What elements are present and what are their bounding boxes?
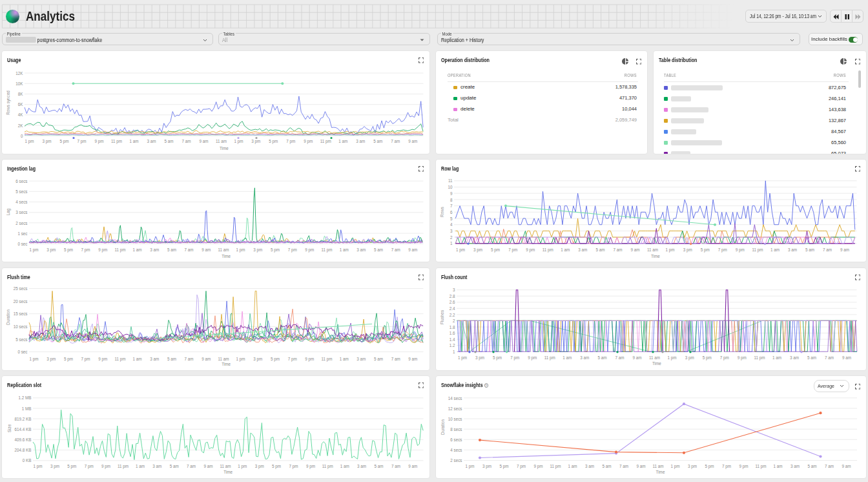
svg-text:7 am: 7 am [181, 138, 191, 144]
svg-text:5 am: 5 am [807, 355, 816, 361]
svg-text:11 pm: 11 pm [118, 463, 129, 469]
svg-text:3 pm: 3 pm [473, 247, 482, 253]
svg-text:1 pm: 1 pm [30, 356, 39, 362]
svg-text:8K: 8K [18, 91, 23, 97]
svg-text:1 MB: 1 MB [22, 406, 32, 412]
svg-text:3 pm: 3 pm [46, 247, 56, 253]
svg-text:11 pm: 11 pm [752, 247, 763, 253]
svg-text:1 pm: 1 pm [236, 247, 245, 253]
svg-text:Lag: Lag [5, 209, 11, 216]
svg-text:4 secs: 4 secs [450, 447, 462, 453]
svg-text:11 pm: 11 pm [544, 355, 555, 361]
svg-text:3 pm: 3 pm [253, 356, 262, 362]
svg-text:15 secs: 15 secs [14, 311, 28, 317]
svg-text:5 pm: 5 pm [705, 463, 714, 469]
svg-text:11 am: 11 am [218, 247, 229, 253]
svg-text:7 am: 7 am [619, 463, 628, 469]
svg-text:9 am: 9 am [840, 247, 849, 253]
svg-text:11 am: 11 am [653, 463, 664, 469]
svg-text:11 am: 11 am [220, 463, 231, 469]
svg-text:Time: Time [222, 253, 231, 259]
svg-text:819.2 KB: 819.2 KB [15, 416, 32, 422]
svg-text:11: 11 [448, 178, 453, 183]
svg-text:4: 4 [450, 222, 453, 227]
svg-text:7 pm: 7 pm [78, 138, 87, 144]
svg-text:7 pm: 7 pm [718, 247, 727, 253]
svg-text:12 secs: 12 secs [448, 406, 462, 412]
svg-text:9 am: 9 am [408, 138, 417, 144]
svg-text:1 am: 1 am [770, 247, 780, 253]
svg-text:6K: 6K [18, 101, 23, 107]
svg-text:Time: Time [651, 253, 660, 259]
svg-text:5 pm: 5 pm [269, 138, 278, 144]
svg-text:3 pm: 3 pm [46, 356, 56, 362]
svg-text:9 am: 9 am [204, 463, 213, 469]
svg-text:0 sec: 0 sec [17, 241, 27, 247]
svg-text:9 pm: 9 pm [101, 463, 110, 469]
svg-text:9 am: 9 am [842, 463, 851, 469]
svg-text:3 am: 3 am [150, 247, 159, 253]
svg-text:9 am: 9 am [631, 247, 640, 253]
svg-text:5 am: 5 am [597, 355, 606, 361]
svg-text:7: 7 [450, 203, 453, 209]
svg-text:1 am: 1 am [133, 356, 142, 362]
svg-text:Duration: Duration [440, 419, 446, 435]
svg-text:12K: 12K [16, 70, 23, 76]
svg-text:9 pm: 9 pm [738, 355, 747, 361]
svg-text:7 am: 7 am [391, 247, 400, 253]
svg-text:5 secs: 5 secs [16, 189, 27, 194]
svg-text:5 pm: 5 pm [64, 247, 73, 253]
svg-text:3 pm: 3 pm [475, 355, 484, 361]
svg-text:Time: Time [652, 361, 661, 366]
svg-text:1 sec: 1 sec [17, 231, 27, 236]
svg-text:9 pm: 9 pm [98, 247, 107, 253]
svg-text:7 pm: 7 pm [722, 463, 731, 469]
svg-text:1: 1 [453, 349, 455, 355]
svg-text:4K: 4K [18, 112, 23, 118]
svg-text:3 am: 3 am [580, 355, 589, 361]
svg-text:5 am: 5 am [167, 247, 176, 253]
svg-text:9 am: 9 am [408, 463, 417, 469]
svg-text:1 pm: 1 pm [238, 463, 247, 469]
svg-text:5 pm: 5 pm [64, 356, 73, 362]
svg-text:11 pm: 11 pm [754, 355, 765, 361]
svg-text:11 pm: 11 pm [550, 463, 561, 469]
svg-text:1 pm: 1 pm [458, 355, 467, 361]
svg-text:20 secs: 20 secs [14, 299, 28, 304]
svg-text:3 secs: 3 secs [16, 209, 27, 215]
svg-text:7 pm: 7 pm [289, 463, 298, 469]
svg-text:8: 8 [450, 197, 453, 203]
svg-text:5 pm: 5 pm [493, 355, 502, 361]
svg-text:1.8: 1.8 [450, 324, 455, 330]
svg-text:2K: 2K [18, 123, 23, 129]
svg-text:1 pm: 1 pm [234, 138, 243, 144]
svg-text:5 am: 5 am [164, 138, 173, 144]
svg-text:11 pm: 11 pm [322, 356, 333, 362]
svg-text:0: 0 [21, 133, 23, 139]
svg-text:2: 2 [453, 318, 455, 324]
svg-text:0 sec: 0 sec [17, 349, 27, 355]
svg-text:9 am: 9 am [199, 138, 208, 144]
svg-text:3 pm: 3 pm [482, 463, 491, 469]
svg-text:11 pm: 11 pm [756, 463, 767, 469]
svg-text:1.2 MB: 1.2 MB [19, 395, 32, 401]
svg-text:7 pm: 7 pm [517, 463, 526, 469]
svg-text:7 am: 7 am [823, 247, 832, 253]
svg-text:7 am: 7 am [185, 247, 194, 253]
svg-text:5 am: 5 am [374, 247, 383, 253]
svg-text:Flushes: Flushes [439, 310, 445, 324]
svg-text:1 am: 1 am [136, 463, 145, 469]
svg-text:9 pm: 9 pm [534, 463, 543, 469]
svg-text:3 am: 3 am [788, 247, 797, 253]
svg-text:3 am: 3 am [357, 463, 366, 469]
svg-text:5 pm: 5 pm [272, 463, 281, 469]
svg-text:7 am: 7 am [825, 355, 834, 361]
svg-text:5 pm: 5 pm [271, 247, 280, 253]
svg-text:10: 10 [448, 184, 453, 190]
svg-text:9 pm: 9 pm [305, 247, 314, 253]
svg-text:11 pm: 11 pm [111, 138, 122, 144]
svg-text:11 pm: 11 pm [115, 247, 126, 253]
svg-text:3 pm: 3 pm [253, 247, 262, 253]
svg-text:1 pm: 1 pm [666, 247, 675, 253]
svg-text:Rows synced: Rows synced [5, 90, 11, 115]
